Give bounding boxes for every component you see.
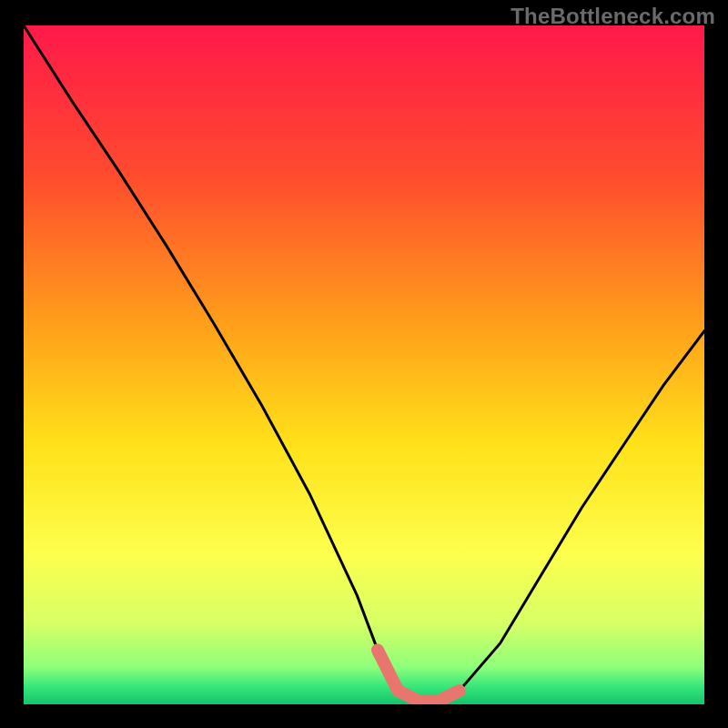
gradient-rect [24, 25, 704, 704]
plot-svg [24, 25, 704, 704]
plot-area [24, 25, 704, 704]
chart-frame: TheBottleneck.com [0, 0, 728, 728]
